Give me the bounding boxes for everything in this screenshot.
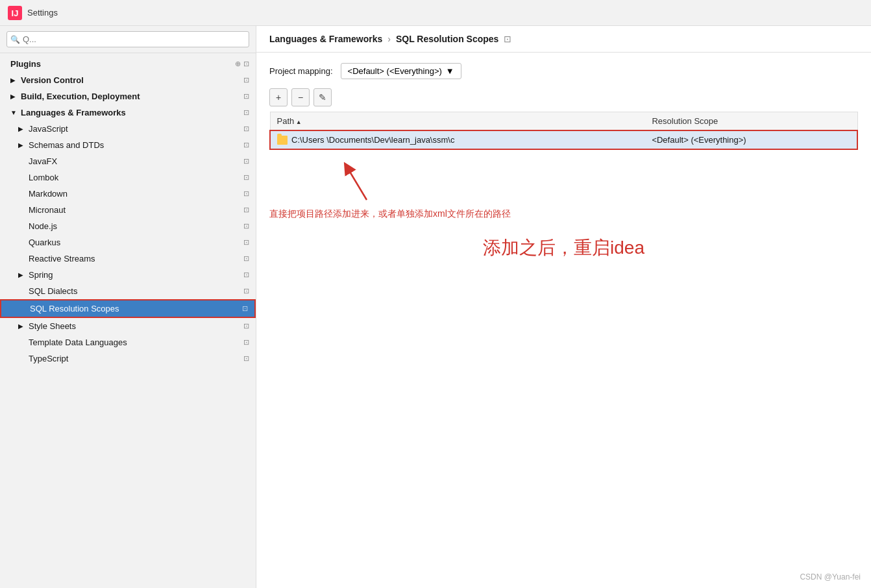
table-row[interactable]: C:\Users \Documents\Dev\learn_java\ssm\c… <box>270 130 857 149</box>
plugins-settings-icon: ⊡ <box>243 60 249 68</box>
path-value: C:\Users \Documents\Dev\learn_java\ssm\c <box>291 135 454 145</box>
sidebar-item-languages[interactable]: ▼ Languages & Frameworks ⊡ <box>0 104 256 121</box>
title-bar: IJ Settings <box>0 0 871 26</box>
sidebar-item-lombok[interactable]: ▶ Lombok ⊡ <box>0 169 256 186</box>
annotation-arrow <box>334 158 386 203</box>
sidebar-item-markdown[interactable]: ▶ Markdown ⊡ <box>0 186 256 202</box>
search-wrapper: 🔍 <box>6 31 249 47</box>
chevron-right-icon: ▶ <box>18 323 26 330</box>
javafx-icon: ⊡ <box>243 157 249 165</box>
window-title: Settings <box>27 8 58 18</box>
project-mapping-value: <Default> (<Everything>) <box>348 66 442 76</box>
col-path[interactable]: Path <box>270 112 645 131</box>
style-sheets-icon: ⊡ <box>243 322 249 330</box>
table-cell-scope: <Default> (<Everything>) <box>645 130 857 149</box>
search-bar: 🔍 <box>0 26 256 53</box>
breadcrumb-parent: Languages & Frameworks <box>269 34 382 44</box>
toolbar: + − ✎ <box>269 88 858 106</box>
sidebar-item-spring[interactable]: ▶ Spring ⊡ <box>0 267 256 283</box>
build-icon: ⊡ <box>243 92 249 101</box>
annotation-area: 直接把项目路径添加进来，或者单独添加xml文件所在的路径 <box>269 158 858 220</box>
dropdown-chevron-icon: ▼ <box>446 66 454 76</box>
nodejs-icon: ⊡ <box>243 222 249 230</box>
sidebar-item-javascript[interactable]: ▶ JavaScript ⊡ <box>0 121 256 137</box>
content-area: Project mapping: <Default> (<Everything>… <box>256 53 871 588</box>
js-icon: ⊡ <box>243 125 249 133</box>
add-button[interactable]: + <box>269 88 288 106</box>
chevron-right-icon: ▶ <box>18 271 26 278</box>
sidebar-item-schemas[interactable]: ▶ Schemas and DTDs ⊡ <box>0 137 256 153</box>
search-icon: 🔍 <box>10 35 20 44</box>
chevron-right-icon: ▶ <box>10 77 18 84</box>
sidebar-item-micronaut[interactable]: ▶ Micronaut ⊡ <box>0 202 256 218</box>
search-input[interactable] <box>6 31 249 47</box>
folder-icon <box>277 136 288 145</box>
sidebar-item-style-sheets[interactable]: ▶ Style Sheets ⊡ <box>0 318 256 334</box>
breadcrumb: Languages & Frameworks › SQL Resolution … <box>256 26 871 53</box>
sidebar-item-sql-resolution-scopes[interactable]: ▶ SQL Resolution Scopes ⊡ <box>0 299 256 318</box>
col-resolution-scope: Resolution Scope <box>645 112 857 131</box>
chevron-right-icon: ▶ <box>18 125 26 132</box>
spring-icon: ⊡ <box>243 271 249 279</box>
markdown-icon: ⊡ <box>243 190 249 198</box>
micronaut-icon: ⊡ <box>243 206 249 214</box>
sidebar-item-nodejs[interactable]: ▶ Node.js ⊡ <box>0 218 256 234</box>
reactive-streams-icon: ⊡ <box>243 254 249 263</box>
scope-table: Path Resolution Scope C:\Users \Document… <box>269 112 858 150</box>
plugins-icon: ⊕ <box>235 60 241 68</box>
chevron-right-icon: ▶ <box>10 93 18 100</box>
sidebar-item-javafx[interactable]: ▶ JavaFX ⊡ <box>0 153 256 169</box>
template-data-icon: ⊡ <box>243 338 249 347</box>
annotation-text: 直接把项目路径添加进来，或者单独添加xml文件所在的路径 <box>269 208 858 220</box>
sidebar-item-version-control[interactable]: ▶ Version Control ⊡ <box>0 72 256 88</box>
path-cell: C:\Users \Documents\Dev\learn_java\ssm\c <box>277 135 639 145</box>
edit-button[interactable]: ✎ <box>313 88 332 106</box>
app-logo-icon: IJ <box>8 6 22 20</box>
svg-text:IJ: IJ <box>12 8 19 18</box>
breadcrumb-icon: ⊡ <box>504 34 511 44</box>
chevron-down-icon: ▼ <box>10 109 18 116</box>
sidebar-item-sql-dialects[interactable]: ▶ SQL Dialects ⊡ <box>0 283 256 299</box>
project-mapping-row: Project mapping: <Default> (<Everything>… <box>269 63 858 79</box>
svg-line-3 <box>347 167 367 200</box>
typescript-icon: ⊡ <box>243 354 249 363</box>
schemas-icon: ⊡ <box>243 141 249 149</box>
right-panel: Languages & Frameworks › SQL Resolution … <box>256 26 871 588</box>
table-cell-path: C:\Users \Documents\Dev\learn_java\ssm\c <box>270 130 645 149</box>
sidebar-item-reactive-streams[interactable]: ▶ Reactive Streams ⊡ <box>0 251 256 267</box>
sidebar-item-quarkus[interactable]: ▶ Quarkus ⊡ <box>0 234 256 251</box>
sidebar-item-plugins[interactable]: Plugins ⊕ ⊡ <box>0 56 256 72</box>
main-container: 🔍 Plugins ⊕ ⊡ ▶ Version Control ⊡ ▶ Buil… <box>0 26 871 588</box>
version-control-icon: ⊡ <box>243 76 249 84</box>
project-mapping-dropdown[interactable]: <Default> (<Everything>) ▼ <box>341 63 461 79</box>
sidebar-item-typescript[interactable]: ▶ TypeScript ⊡ <box>0 350 256 367</box>
lombok-icon: ⊡ <box>243 173 249 182</box>
big-annotation: 添加之后，重启idea <box>269 236 858 260</box>
sidebar-item-template-data[interactable]: ▶ Template Data Languages ⊡ <box>0 334 256 350</box>
chevron-right-icon: ▶ <box>18 141 26 149</box>
breadcrumb-separator: › <box>387 34 391 44</box>
languages-icon: ⊡ <box>243 108 249 117</box>
project-mapping-label: Project mapping: <box>269 66 333 76</box>
sql-resolution-icon: ⊡ <box>242 304 248 313</box>
quarkus-icon: ⊡ <box>243 238 249 247</box>
sql-dialects-icon: ⊡ <box>243 287 249 295</box>
watermark: CSDN @Yuan-fei <box>800 572 861 582</box>
breadcrumb-current: SQL Resolution Scopes <box>396 34 498 44</box>
sidebar-list: Plugins ⊕ ⊡ ▶ Version Control ⊡ ▶ Build,… <box>0 53 256 588</box>
sidebar-item-build[interactable]: ▶ Build, Execution, Deployment ⊡ <box>0 88 256 104</box>
remove-button[interactable]: − <box>291 88 310 106</box>
sidebar: 🔍 Plugins ⊕ ⊡ ▶ Version Control ⊡ ▶ Buil… <box>0 26 256 588</box>
